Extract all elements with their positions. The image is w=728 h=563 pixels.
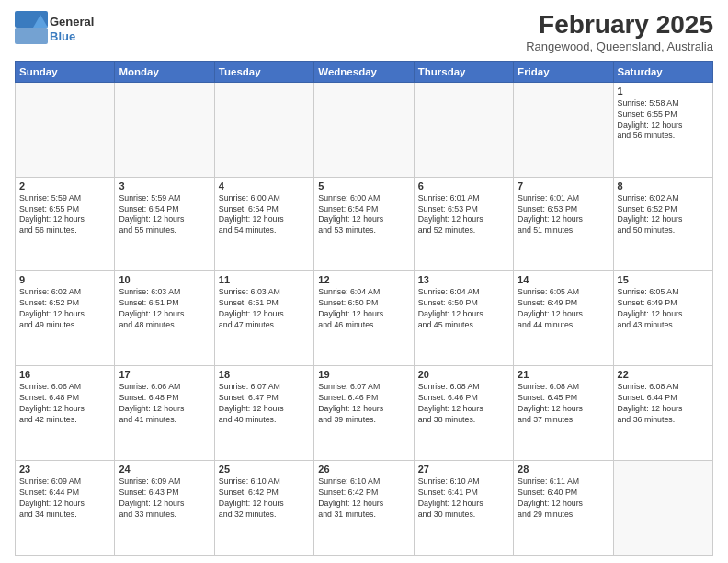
day-info-3-1: Sunrise: 6:06 AM Sunset: 6:48 PM Dayligh… bbox=[119, 382, 210, 426]
cell-0-2 bbox=[214, 82, 313, 177]
cell-2-6: 15Sunrise: 6:05 AM Sunset: 6:49 PM Dayli… bbox=[613, 271, 712, 366]
cell-3-2: 18Sunrise: 6:07 AM Sunset: 6:47 PM Dayli… bbox=[214, 366, 313, 461]
cell-4-3: 26Sunrise: 6:10 AM Sunset: 6:42 PM Dayli… bbox=[314, 461, 414, 556]
header-right: February 2025 Rangewood, Queensland, Aus… bbox=[526, 11, 713, 53]
day-num-4-5: 28 bbox=[518, 464, 609, 475]
day-num-2-4: 13 bbox=[418, 274, 509, 285]
day-info-2-6: Sunrise: 6:05 AM Sunset: 6:49 PM Dayligh… bbox=[618, 287, 709, 331]
day-info-4-0: Sunrise: 6:09 AM Sunset: 6:44 PM Dayligh… bbox=[19, 477, 110, 521]
week-row-0: 1Sunrise: 5:58 AM Sunset: 6:55 PM Daylig… bbox=[16, 82, 713, 177]
day-info-2-5: Sunrise: 6:05 AM Sunset: 6:49 PM Dayligh… bbox=[518, 287, 609, 331]
col-tuesday: Tuesday bbox=[214, 61, 313, 82]
day-info-3-0: Sunrise: 6:06 AM Sunset: 6:48 PM Dayligh… bbox=[19, 382, 110, 426]
calendar-table: Sunday Monday Tuesday Wednesday Thursday… bbox=[15, 61, 713, 556]
day-num-1-4: 6 bbox=[418, 180, 509, 191]
cell-2-2: 11Sunrise: 6:03 AM Sunset: 6:51 PM Dayli… bbox=[214, 271, 313, 366]
week-row-4: 23Sunrise: 6:09 AM Sunset: 6:44 PM Dayli… bbox=[16, 461, 713, 556]
cell-0-0 bbox=[16, 82, 115, 177]
col-sunday: Sunday bbox=[16, 61, 115, 82]
col-monday: Monday bbox=[115, 61, 214, 82]
day-info-3-2: Sunrise: 6:07 AM Sunset: 6:47 PM Dayligh… bbox=[219, 382, 310, 426]
day-info-4-1: Sunrise: 6:09 AM Sunset: 6:43 PM Dayligh… bbox=[119, 477, 210, 521]
week-row-2: 9Sunrise: 6:02 AM Sunset: 6:52 PM Daylig… bbox=[16, 271, 713, 366]
day-num-1-1: 3 bbox=[119, 180, 210, 191]
day-info-3-4: Sunrise: 6:08 AM Sunset: 6:46 PM Dayligh… bbox=[418, 382, 509, 426]
logo-blue: Blue bbox=[50, 29, 75, 43]
day-num-4-0: 23 bbox=[19, 464, 110, 475]
day-num-4-2: 25 bbox=[219, 464, 310, 475]
day-num-4-4: 27 bbox=[418, 464, 509, 475]
cell-1-3: 5Sunrise: 6:00 AM Sunset: 6:54 PM Daylig… bbox=[314, 177, 414, 271]
cell-4-0: 23Sunrise: 6:09 AM Sunset: 6:44 PM Dayli… bbox=[16, 461, 115, 556]
day-info-1-5: Sunrise: 6:01 AM Sunset: 6:53 PM Dayligh… bbox=[518, 193, 609, 237]
day-info-1-6: Sunrise: 6:02 AM Sunset: 6:52 PM Dayligh… bbox=[618, 193, 709, 237]
day-num-2-0: 9 bbox=[19, 274, 110, 285]
day-info-4-2: Sunrise: 6:10 AM Sunset: 6:42 PM Dayligh… bbox=[219, 477, 310, 521]
cell-1-6: 8Sunrise: 6:02 AM Sunset: 6:52 PM Daylig… bbox=[613, 177, 712, 271]
day-info-2-1: Sunrise: 6:03 AM Sunset: 6:51 PM Dayligh… bbox=[119, 287, 210, 331]
logo: General Blue bbox=[15, 11, 94, 48]
cell-4-1: 24Sunrise: 6:09 AM Sunset: 6:43 PM Dayli… bbox=[115, 461, 214, 556]
day-num-3-2: 18 bbox=[219, 369, 310, 380]
week-row-1: 2Sunrise: 5:59 AM Sunset: 6:55 PM Daylig… bbox=[16, 177, 713, 271]
page: General Blue February 2025 Rangewood, Qu… bbox=[0, 0, 728, 563]
day-info-1-2: Sunrise: 6:00 AM Sunset: 6:54 PM Dayligh… bbox=[219, 193, 310, 237]
cell-0-5 bbox=[514, 82, 613, 177]
day-info-1-4: Sunrise: 6:01 AM Sunset: 6:53 PM Dayligh… bbox=[418, 193, 509, 237]
day-num-2-5: 14 bbox=[518, 274, 609, 285]
cell-2-0: 9Sunrise: 6:02 AM Sunset: 6:52 PM Daylig… bbox=[16, 271, 115, 366]
day-info-1-0: Sunrise: 5:59 AM Sunset: 6:55 PM Dayligh… bbox=[19, 193, 110, 237]
day-num-3-3: 19 bbox=[318, 369, 409, 380]
day-num-1-5: 7 bbox=[518, 180, 609, 191]
cell-4-5: 28Sunrise: 6:11 AM Sunset: 6:40 PM Dayli… bbox=[514, 461, 613, 556]
day-num-2-6: 15 bbox=[618, 274, 709, 285]
day-num-4-1: 24 bbox=[119, 464, 210, 475]
day-num-1-3: 5 bbox=[318, 180, 409, 191]
cell-1-5: 7Sunrise: 6:01 AM Sunset: 6:53 PM Daylig… bbox=[514, 177, 613, 271]
calendar-header-row: Sunday Monday Tuesday Wednesday Thursday… bbox=[16, 61, 713, 82]
cell-3-4: 20Sunrise: 6:08 AM Sunset: 6:46 PM Dayli… bbox=[414, 366, 513, 461]
day-num-3-6: 22 bbox=[618, 369, 709, 380]
day-num-2-3: 12 bbox=[318, 274, 409, 285]
cell-4-4: 27Sunrise: 6:10 AM Sunset: 6:41 PM Dayli… bbox=[414, 461, 513, 556]
day-num-3-5: 21 bbox=[518, 369, 609, 380]
day-info-4-5: Sunrise: 6:11 AM Sunset: 6:40 PM Dayligh… bbox=[518, 477, 609, 521]
day-num-2-2: 11 bbox=[219, 274, 310, 285]
svg-rect-1 bbox=[15, 28, 48, 44]
cell-2-1: 10Sunrise: 6:03 AM Sunset: 6:51 PM Dayli… bbox=[115, 271, 214, 366]
cell-3-1: 17Sunrise: 6:06 AM Sunset: 6:48 PM Dayli… bbox=[115, 366, 214, 461]
header: General Blue February 2025 Rangewood, Qu… bbox=[15, 11, 713, 53]
cell-1-4: 6Sunrise: 6:01 AM Sunset: 6:53 PM Daylig… bbox=[414, 177, 513, 271]
month-title: February 2025 bbox=[526, 11, 713, 40]
day-info-1-1: Sunrise: 5:59 AM Sunset: 6:54 PM Dayligh… bbox=[119, 193, 210, 237]
cell-4-2: 25Sunrise: 6:10 AM Sunset: 6:42 PM Dayli… bbox=[214, 461, 313, 556]
col-friday: Friday bbox=[514, 61, 613, 82]
day-info-2-2: Sunrise: 6:03 AM Sunset: 6:51 PM Dayligh… bbox=[219, 287, 310, 331]
day-num-1-2: 4 bbox=[219, 180, 310, 191]
day-num-3-4: 20 bbox=[418, 369, 509, 380]
day-info-2-4: Sunrise: 6:04 AM Sunset: 6:50 PM Dayligh… bbox=[418, 287, 509, 331]
day-info-4-4: Sunrise: 6:10 AM Sunset: 6:41 PM Dayligh… bbox=[418, 477, 509, 521]
day-num-1-0: 2 bbox=[19, 180, 110, 191]
cell-3-0: 16Sunrise: 6:06 AM Sunset: 6:48 PM Dayli… bbox=[16, 366, 115, 461]
day-info-1-3: Sunrise: 6:00 AM Sunset: 6:54 PM Dayligh… bbox=[318, 193, 409, 237]
day-info-2-3: Sunrise: 6:04 AM Sunset: 6:50 PM Dayligh… bbox=[318, 287, 409, 331]
logo-text: General Blue bbox=[50, 15, 94, 43]
day-num-0-6: 1 bbox=[618, 86, 709, 97]
col-thursday: Thursday bbox=[414, 61, 513, 82]
day-info-2-0: Sunrise: 6:02 AM Sunset: 6:52 PM Dayligh… bbox=[19, 287, 110, 331]
cell-3-3: 19Sunrise: 6:07 AM Sunset: 6:46 PM Dayli… bbox=[314, 366, 414, 461]
cell-4-6 bbox=[613, 461, 712, 556]
col-wednesday: Wednesday bbox=[314, 61, 414, 82]
day-num-2-1: 10 bbox=[119, 274, 210, 285]
cell-2-5: 14Sunrise: 6:05 AM Sunset: 6:49 PM Dayli… bbox=[514, 271, 613, 366]
logo-icon bbox=[15, 11, 48, 44]
col-saturday: Saturday bbox=[613, 61, 712, 82]
cell-0-3 bbox=[314, 82, 414, 177]
cell-1-2: 4Sunrise: 6:00 AM Sunset: 6:54 PM Daylig… bbox=[214, 177, 313, 271]
day-num-3-0: 16 bbox=[19, 369, 110, 380]
cell-1-0: 2Sunrise: 5:59 AM Sunset: 6:55 PM Daylig… bbox=[16, 177, 115, 271]
cell-2-4: 13Sunrise: 6:04 AM Sunset: 6:50 PM Dayli… bbox=[414, 271, 513, 366]
cell-0-6: 1Sunrise: 5:58 AM Sunset: 6:55 PM Daylig… bbox=[613, 82, 712, 177]
week-row-3: 16Sunrise: 6:06 AM Sunset: 6:48 PM Dayli… bbox=[16, 366, 713, 461]
